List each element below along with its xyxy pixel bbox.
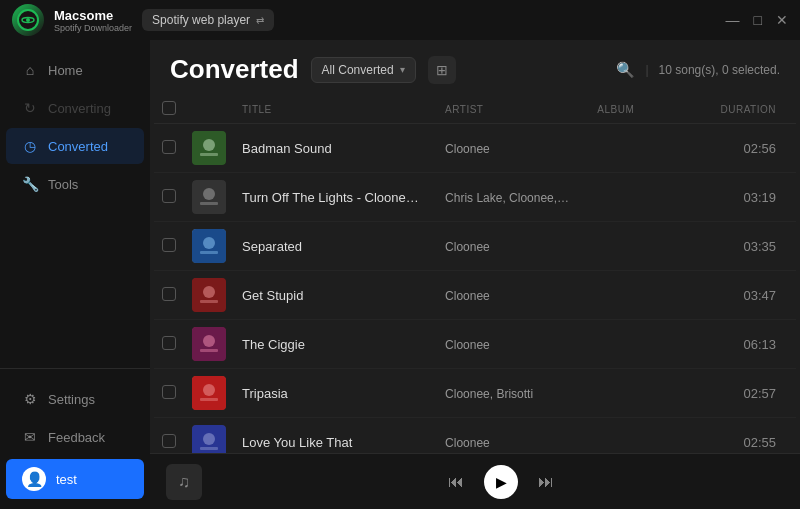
svg-rect-12 [200, 251, 218, 254]
sidebar-item-tools[interactable]: 🔧 Tools [6, 166, 144, 202]
track-checkbox-4[interactable] [162, 287, 176, 301]
track-checkbox-6[interactable] [162, 385, 176, 399]
source-selector[interactable]: Spotify web player ⇄ [142, 9, 274, 31]
next-icon: ⏭ [538, 473, 554, 491]
track-thumbnail [192, 180, 226, 214]
table-row[interactable]: Turn Off The Lights - Cloone… Chris Lake… [154, 173, 796, 222]
svg-rect-21 [200, 398, 218, 401]
table-row[interactable]: Separated Cloonee 03:35 [154, 222, 796, 271]
search-button[interactable]: 🔍 [616, 61, 635, 79]
row-duration: 03:47 [711, 271, 796, 320]
maximize-button[interactable]: □ [754, 12, 762, 28]
settings-icon: ⚙ [22, 391, 38, 407]
sidebar-label-feedback: Feedback [48, 430, 105, 445]
track-checkbox-1[interactable] [162, 140, 176, 154]
table-row[interactable]: Tripasia Cloonee, Brisotti 02:57 [154, 369, 796, 418]
track-thumbnail [192, 229, 226, 263]
feedback-icon: ✉ [22, 429, 38, 445]
row-checkbox-cell [154, 320, 184, 369]
track-checkbox-5[interactable] [162, 336, 176, 350]
user-profile[interactable]: 👤 test [6, 459, 144, 499]
row-checkbox-cell [154, 369, 184, 418]
filter-label: All Converted [322, 63, 394, 77]
grid-toggle-button[interactable]: ⊞ [428, 56, 456, 84]
sidebar-item-settings[interactable]: ⚙ Settings [6, 381, 144, 417]
svg-point-11 [203, 237, 215, 249]
tools-icon: 🔧 [22, 176, 38, 192]
row-artist: Chris Lake, Cloonee,… [437, 173, 589, 222]
table-row[interactable]: Get Stupid Cloonee 03:47 [154, 271, 796, 320]
table-row[interactable]: The Ciggie Cloonee 06:13 [154, 320, 796, 369]
svg-point-14 [203, 286, 215, 298]
source-switch-icon: ⇄ [256, 15, 264, 26]
row-artist: Cloonee [437, 222, 589, 271]
minimize-button[interactable]: — [726, 12, 740, 28]
sidebar-item-converted[interactable]: ◷ Converted [6, 128, 144, 164]
col-header-thumb [184, 95, 234, 124]
table-row[interactable]: Badman Sound Cloonee 02:56 [154, 124, 796, 173]
page-title: Converted [170, 54, 299, 85]
titlebar: Macsome Spotify Downloader Spotify web p… [0, 0, 800, 40]
close-button[interactable]: ✕ [776, 12, 788, 28]
track-list: TITLE ARTIST ALBUM DURATION [150, 95, 800, 453]
col-header-duration: DURATION [711, 95, 796, 124]
row-title: Get Stupid [234, 271, 437, 320]
player-controls: ⏮ ▶ ⏭ [448, 465, 554, 499]
sidebar-item-home[interactable]: ⌂ Home [6, 52, 144, 88]
row-title: Badman Sound [234, 124, 437, 173]
row-checkbox-cell [154, 418, 184, 454]
chevron-down-icon: ▾ [400, 64, 405, 75]
row-thumb-cell [184, 124, 234, 173]
app-name-block: Macsome Spotify Downloader [54, 8, 132, 33]
filter-dropdown[interactable]: All Converted ▾ [311, 57, 416, 83]
row-title: The Ciggie [234, 320, 437, 369]
play-button[interactable]: ▶ [484, 465, 518, 499]
app-logo [12, 4, 44, 36]
track-checkbox-3[interactable] [162, 238, 176, 252]
row-album [589, 418, 711, 454]
file-manager-button[interactable]: ♫ [166, 464, 202, 500]
content-header-right: 🔍 | 10 song(s), 0 selected. [616, 61, 780, 79]
sidebar-label-converted: Converted [48, 139, 108, 154]
home-icon: ⌂ [22, 62, 38, 78]
svg-rect-6 [200, 153, 218, 156]
row-thumb-cell [184, 271, 234, 320]
select-all-checkbox[interactable] [162, 101, 176, 115]
prev-button[interactable]: ⏮ [448, 473, 464, 491]
content-header-left: Converted All Converted ▾ ⊞ [170, 54, 456, 85]
player-bar: ♫ ⏮ ▶ ⏭ [150, 453, 800, 509]
track-checkbox-7[interactable] [162, 434, 176, 448]
svg-point-20 [203, 384, 215, 396]
play-icon: ▶ [496, 474, 507, 490]
track-checkbox-2[interactable] [162, 189, 176, 203]
row-artist: Cloonee, Brisotti [437, 369, 589, 418]
track-thumbnail [192, 425, 226, 453]
row-checkbox-cell [154, 271, 184, 320]
row-album [589, 222, 711, 271]
sidebar-label-home: Home [48, 63, 83, 78]
row-thumb-cell [184, 320, 234, 369]
user-name: test [56, 472, 77, 487]
col-header-check [154, 95, 184, 124]
track-thumbnail [192, 131, 226, 165]
row-artist: Cloonee [437, 320, 589, 369]
sidebar: ⌂ Home ↻ Converting ◷ Converted 🔧 Tools … [0, 40, 150, 509]
row-duration: 06:13 [711, 320, 796, 369]
row-title: Separated [234, 222, 437, 271]
svg-point-23 [203, 433, 215, 445]
row-thumb-cell [184, 369, 234, 418]
table-row[interactable]: Love You Like That Cloonee 02:55 [154, 418, 796, 454]
track-thumbnail [192, 327, 226, 361]
next-button[interactable]: ⏭ [538, 473, 554, 491]
col-header-artist: ARTIST [437, 95, 589, 124]
row-title: Turn Off The Lights - Cloone… [234, 173, 437, 222]
sidebar-item-feedback[interactable]: ✉ Feedback [6, 419, 144, 455]
row-album [589, 320, 711, 369]
row-duration: 03:35 [711, 222, 796, 271]
row-thumb-cell [184, 418, 234, 454]
main-layout: ⌂ Home ↻ Converting ◷ Converted 🔧 Tools … [0, 40, 800, 509]
app-name: Macsome [54, 8, 132, 23]
svg-point-8 [203, 188, 215, 200]
sidebar-label-settings: Settings [48, 392, 95, 407]
svg-point-3 [26, 18, 30, 22]
